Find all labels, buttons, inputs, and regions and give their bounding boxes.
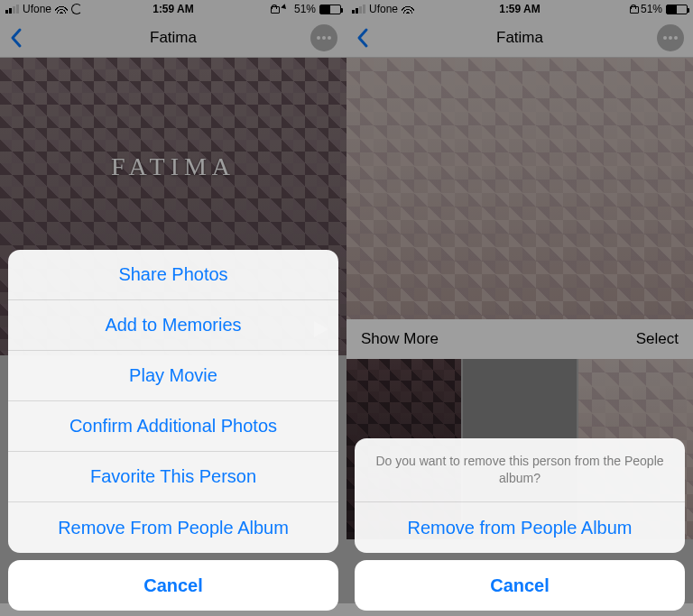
action-confirm-additional-photos[interactable]: Confirm Additional Photos — [8, 401, 338, 452]
cancel-button[interactable]: Cancel — [355, 560, 685, 611]
confirmation-group: Do you want to remove this person from t… — [355, 438, 685, 553]
action-add-to-memories[interactable]: Add to Memories — [8, 300, 338, 351]
action-sheet: Share Photos Add to Memories Play Movie … — [8, 250, 338, 611]
action-remove-from-people-album[interactable]: Remove from People Album — [355, 502, 685, 553]
action-play-movie[interactable]: Play Movie — [8, 351, 338, 401]
action-remove-from-people-album[interactable]: Remove From People Album — [8, 502, 338, 553]
confirmation-message: Do you want to remove this person from t… — [355, 438, 685, 502]
action-favorite-this-person[interactable]: Favorite This Person — [8, 452, 338, 502]
phone-left: Ufone 1:59 AM 51% Fatima FATIMA — [0, 0, 346, 616]
action-sheet-group: Share Photos Add to Memories Play Movie … — [8, 250, 338, 553]
action-share-photos[interactable]: Share Photos — [8, 250, 338, 300]
cancel-button[interactable]: Cancel — [8, 560, 338, 611]
confirmation-sheet: Do you want to remove this person from t… — [355, 438, 685, 611]
phone-right: Ufone 1:59 AM 51% Fatima Show More Selec… — [346, 0, 693, 616]
